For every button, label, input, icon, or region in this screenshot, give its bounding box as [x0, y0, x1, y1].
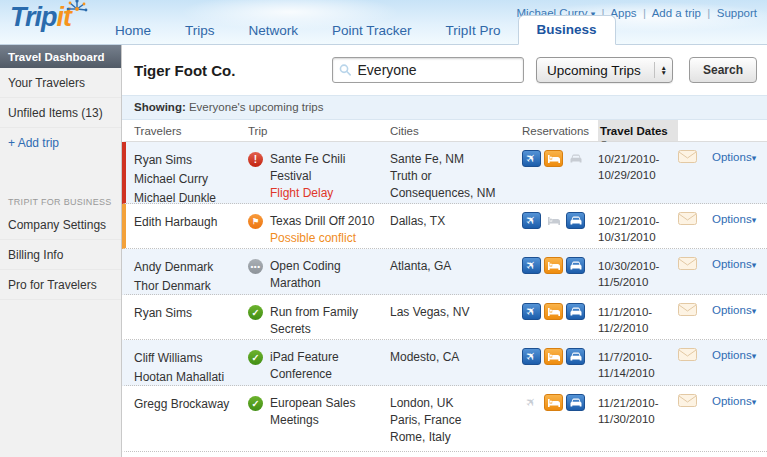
email-cell: [678, 386, 712, 451]
tripit-logo[interactable]: Tripit: [10, 2, 71, 33]
envelope-icon[interactable]: [678, 348, 697, 361]
options-link[interactable]: Options▾: [712, 258, 756, 270]
tab-tripit-pro[interactable]: TripIt Pro: [429, 17, 518, 45]
sidebar-item-billing-info[interactable]: Billing Info: [0, 240, 121, 270]
page-body: Travel Dashboard Your Travelers Unfiled …: [0, 45, 767, 457]
options-caret-icon: ▾: [752, 260, 757, 270]
trip-name[interactable]: Sante Fe Chili Festival: [270, 151, 390, 185]
tab-point-tracker[interactable]: Point Tracker: [315, 17, 429, 45]
car-icon: [566, 348, 585, 365]
trip-row: Gregg Brockaway ✓ European Sales Meeting…: [122, 386, 767, 452]
sidebar-section-title: TRIPIT FOR BUSINESS: [0, 193, 121, 210]
options-cell: Options▾: [712, 249, 767, 294]
reservations-cell: ✈: [522, 340, 598, 385]
trip-name[interactable]: iPad Feature Conference: [270, 349, 390, 383]
city: Truth or Consequences, NM: [390, 168, 512, 202]
email-cell: [678, 340, 712, 385]
sidebar-item-your-travelers[interactable]: Your Travelers: [0, 68, 121, 98]
traveler-name[interactable]: Michael Curry: [134, 170, 242, 189]
travel-dates-cell: 10/21/2010-10/29/2010: [598, 142, 678, 203]
travelers-cell: Edith Harbaugh: [126, 204, 248, 248]
sidebar-item-unfiled-items[interactable]: Unfiled Items (13): [0, 98, 121, 128]
search-button[interactable]: Search: [689, 57, 757, 83]
ok-check-icon: ✓: [248, 305, 263, 320]
showing-text: Everyone's upcoming trips: [189, 101, 324, 113]
trip-name[interactable]: Open Coding Marathon: [270, 258, 390, 292]
reservations-cell: ✈: [522, 295, 598, 339]
traveler-name[interactable]: Edith Harbaugh: [134, 213, 242, 232]
tripit-business-dashboard: Tripit Michael Curry ▾ | Apps | Add a tr…: [0, 0, 767, 457]
hotel-icon: [544, 348, 563, 365]
travelers-cell: Gregg Brockaway: [126, 386, 248, 451]
sidebar-item-pro-for-travelers[interactable]: Pro for Travelers: [0, 270, 121, 300]
company-name: Tiger Foot Co.: [134, 62, 235, 79]
email-cell: [678, 249, 712, 294]
link-add-a-trip[interactable]: Add a trip: [652, 7, 701, 19]
options-cell: Options▾: [712, 295, 767, 339]
travel-dates-cell: 11/21/2010-11/30/2010: [598, 386, 678, 451]
sidebar-item-company-settings[interactable]: Company Settings: [0, 210, 121, 240]
options-link[interactable]: Options▾: [712, 151, 756, 163]
envelope-icon[interactable]: [678, 212, 697, 225]
options-cell: Options▾: [712, 142, 767, 203]
search-input[interactable]: [358, 62, 517, 78]
hotel-icon: [544, 394, 563, 411]
options-cell: Options▾: [712, 204, 767, 248]
select-stepper-icon: ▲▼: [654, 62, 667, 78]
trip-cell: ! Sante Fe Chili Festival Flight Delay: [248, 142, 390, 203]
travel-dates-cell: 10/21/2010-10/31/2010: [598, 204, 678, 248]
traveler-name[interactable]: Andy Denmark: [134, 258, 242, 277]
cities-cell: Modesto, CA: [390, 340, 522, 385]
logo-text-trip: Trip: [10, 2, 57, 32]
trip-cell: ⚑ Texas Drill Off 2010 Possible conflict: [248, 204, 390, 248]
ok-check-icon: ✓: [248, 350, 263, 365]
link-support[interactable]: Support: [717, 7, 757, 19]
tab-home[interactable]: Home: [98, 17, 168, 45]
trip-cell: ✓ Run from Family Secrets: [248, 295, 390, 339]
in-progress-icon: •••: [248, 259, 263, 274]
starburst-icon: [66, 0, 88, 19]
main-nav-tabs: Home Trips Network Point Tracker TripIt …: [98, 15, 616, 45]
col-header-trip: Trip: [248, 120, 390, 141]
trip-alert-note: Flight Delay: [270, 185, 390, 202]
tab-trips[interactable]: Trips: [168, 17, 232, 45]
sidebar-add-trip-link[interactable]: + Add trip: [0, 128, 121, 157]
col-header-travelers: Travelers: [126, 120, 248, 141]
traveler-name[interactable]: Hootan Mahallati: [134, 368, 242, 387]
traveler-name[interactable]: Ryan Sims: [134, 151, 242, 170]
tab-network[interactable]: Network: [232, 17, 316, 45]
col-header-travel-dates[interactable]: Travel Dates ▼: [598, 120, 678, 141]
options-link[interactable]: Options▾: [712, 349, 756, 361]
trip-name[interactable]: European Sales Meetings: [270, 395, 390, 429]
sidebar-item-travel-dashboard[interactable]: Travel Dashboard: [0, 45, 121, 68]
trip-name[interactable]: Run from Family Secrets: [270, 304, 390, 338]
traveler-name[interactable]: Ryan Sims: [134, 304, 242, 323]
search-box[interactable]: [332, 57, 524, 83]
envelope-icon[interactable]: [678, 394, 697, 407]
car-icon: [566, 394, 585, 411]
traveler-name[interactable]: Thor Denmark: [134, 277, 242, 296]
hotel-icon: [544, 257, 563, 274]
trip-filter-select[interactable]: Upcoming Trips ▲▼: [536, 57, 673, 83]
flight-icon: ✈: [522, 150, 541, 167]
traveler-name[interactable]: Gregg Brockaway: [134, 395, 242, 414]
hotel-icon: [544, 303, 563, 320]
options-link[interactable]: Options▾: [712, 213, 756, 225]
envelope-icon[interactable]: [678, 257, 697, 270]
cities-cell: Las Vegas, NV: [390, 295, 522, 339]
tab-business[interactable]: Business: [518, 15, 616, 45]
options-caret-icon: ▾: [752, 351, 757, 361]
car-icon: [566, 257, 585, 274]
cities-cell: London, UK Paris, France Rome, Italy: [390, 386, 522, 451]
options-link[interactable]: Options▾: [712, 304, 756, 316]
search-icon: [339, 63, 352, 77]
traveler-name[interactable]: Cliff Williams: [134, 349, 242, 368]
trip-name[interactable]: Texas Drill Off 2010: [270, 213, 375, 230]
city: Dallas, TX: [390, 213, 512, 230]
envelope-icon[interactable]: [678, 303, 697, 316]
options-cell: Options▾: [712, 386, 767, 451]
options-link[interactable]: Options▾: [712, 395, 756, 407]
travel-dates-label: Travel Dates: [600, 125, 668, 137]
envelope-icon[interactable]: [678, 150, 697, 163]
car-icon: [566, 303, 585, 320]
